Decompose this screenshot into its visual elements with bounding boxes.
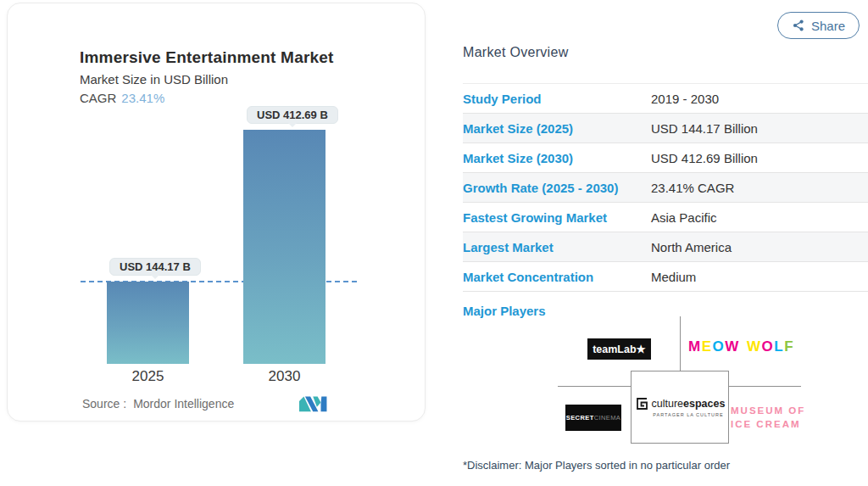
bar-2030[interactable] <box>243 130 326 364</box>
secret-cinema-logo: SECRETCINEMA <box>565 405 621 431</box>
share-button-label: Share <box>811 19 845 33</box>
major-players-label: Major Players <box>463 304 546 318</box>
chart-title: Immersive Entertainment Market <box>80 48 334 67</box>
players-tree-vertical-line <box>680 316 681 371</box>
value-label-2030: USD 412.69 B <box>247 106 338 124</box>
row-label: Market Concentration <box>463 270 593 284</box>
row-label: Study Period <box>463 92 542 106</box>
row-value: USD 412.69 Billion <box>651 151 758 165</box>
disclaimer-text: *Disclaimer: Major Players sorted in no … <box>463 459 730 472</box>
chart-card: Immersive Entertainment Market Market Si… <box>7 3 426 422</box>
chart-cagr: CAGR23.41% <box>80 91 164 105</box>
row-label: Market Size (2025) <box>463 121 573 136</box>
row-value: Medium <box>651 270 696 284</box>
source-name: Mordor Intelligence <box>133 397 234 411</box>
row-value: 2019 - 2030 <box>651 92 719 106</box>
row-value: Asia Pacific <box>651 210 717 225</box>
row-label: Fastest Growing Market <box>463 210 607 225</box>
row-value: North America <box>651 240 732 254</box>
row-label: Market Size (2030) <box>463 151 573 165</box>
row-value: 23.41% CAGR <box>651 181 734 195</box>
culturespaces-logo: cultureespaces PARTAGER LA CULTURE <box>631 371 729 444</box>
source-line: Source :Mordor Intelligence <box>82 397 234 411</box>
meow-wolf-logo: MEOW WOLF <box>688 338 793 357</box>
axis-label-2030: 2030 <box>243 368 326 385</box>
share-button[interactable]: Share <box>777 12 860 39</box>
culturespaces-e-icon <box>635 397 648 411</box>
row-value: USD 144.17 Billion <box>651 121 758 136</box>
page: Immersive Entertainment Market Market Si… <box>0 0 868 486</box>
table-row: Fastest Growing Market Asia Pacific <box>463 203 868 232</box>
share-icon <box>792 19 805 32</box>
axis-label-2025: 2025 <box>107 368 189 385</box>
culturespaces-wordmark: cultureespaces <box>652 398 726 410</box>
source-label: Source : <box>82 397 126 411</box>
overview-heading: Market Overview <box>463 45 569 60</box>
table-row: Market Size (2030) USD 412.69 Billion <box>463 143 868 173</box>
chart-subtitle: Market Size in USD Billion <box>80 72 228 87</box>
value-label-2025: USD 144.17 B <box>109 258 201 276</box>
table-row: Largest Market North America <box>463 232 868 262</box>
table-row: Growth Rate (2025 - 2030) 23.41% CAGR <box>463 173 868 203</box>
teamlab-logo: teamLab★ <box>587 338 651 360</box>
table-row: Market Size (2025) USD 144.17 Billion <box>463 114 868 143</box>
overview-table: Study Period 2019 - 2030 Market Size (20… <box>463 83 868 292</box>
table-row: Market Concentration Medium <box>463 262 868 292</box>
row-label: Largest Market <box>463 240 554 254</box>
museum-of-ice-cream-logo: MUSEUM OF ICE CREAM <box>731 404 807 431</box>
table-row: Study Period 2019 - 2030 <box>463 84 868 114</box>
cagr-label: CAGR <box>80 91 116 105</box>
culturespaces-tagline: PARTAGER LA CULTURE <box>653 412 723 417</box>
row-label: Growth Rate (2025 - 2030) <box>463 181 618 195</box>
mordor-intelligence-logo-icon <box>299 395 328 412</box>
bar-2025[interactable] <box>107 282 189 364</box>
cagr-value: 23.41% <box>121 91 164 105</box>
